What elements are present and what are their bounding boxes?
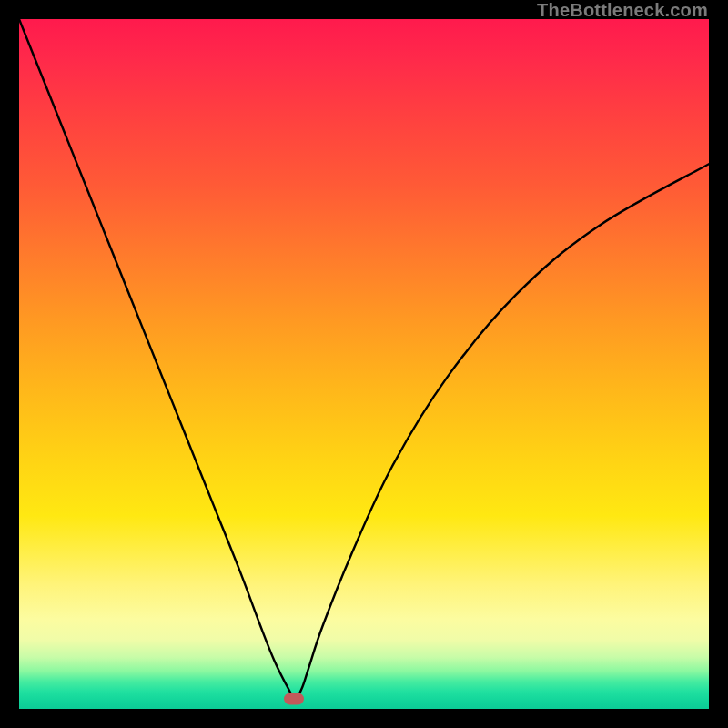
optimal-marker xyxy=(284,693,304,705)
plot-area xyxy=(19,19,709,709)
watermark-text: TheBottleneck.com xyxy=(537,0,708,21)
bottleneck-curve xyxy=(19,19,709,709)
chart-frame: TheBottleneck.com xyxy=(0,0,728,728)
